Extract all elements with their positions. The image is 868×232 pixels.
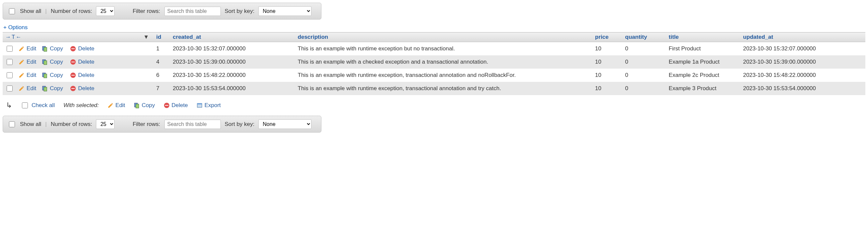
- cell-title: Example 3 Product: [666, 82, 741, 95]
- cell-created_at: 2023-10-30 15:48:22.000000: [170, 69, 295, 82]
- copy-link[interactable]: Copy: [50, 72, 63, 79]
- copy-link[interactable]: Copy: [50, 45, 63, 52]
- bulk-copy[interactable]: Copy: [134, 102, 155, 109]
- svg-rect-13: [44, 87, 47, 91]
- row-checkbox[interactable]: [7, 46, 12, 52]
- arrow-up-icon: ↳: [6, 101, 12, 110]
- show-all-checkbox-bottom[interactable]: [9, 121, 15, 127]
- delete-link[interactable]: Delete: [78, 85, 94, 92]
- delete-icon: [70, 46, 76, 52]
- pencil-icon: [19, 46, 25, 52]
- svg-rect-17: [136, 104, 139, 108]
- column-order-icons[interactable]: →T←: [5, 34, 22, 40]
- table-row: Edit Copy Delete12023-10-30 15:32:07.000…: [3, 42, 865, 56]
- delete-link[interactable]: Delete: [78, 45, 94, 52]
- copy-link[interactable]: Copy: [50, 59, 63, 65]
- cell-quantity: 0: [623, 82, 666, 95]
- num-rows-select-bottom[interactable]: 25: [96, 119, 115, 129]
- check-all-link[interactable]: Check all: [32, 102, 55, 109]
- sort-label: Sort by key:: [225, 8, 255, 14]
- cell-description: This is an example with runtime exceptio…: [295, 69, 592, 82]
- delete-icon: [164, 103, 170, 108]
- cell-title: Example 2c Product: [666, 69, 741, 82]
- svg-rect-1: [44, 47, 47, 51]
- check-all-checkbox[interactable]: [22, 103, 28, 108]
- sort-select-bottom[interactable]: None: [258, 119, 311, 129]
- cell-id: 6: [154, 69, 170, 82]
- col-id[interactable]: id: [154, 33, 170, 42]
- filter-label: Filter rows:: [132, 8, 160, 14]
- delete-link[interactable]: Delete: [78, 72, 94, 79]
- cell-price: 10: [592, 55, 623, 69]
- cell-created_at: 2023-10-30 15:53:54.000000: [170, 82, 295, 95]
- delete-link[interactable]: Delete: [78, 59, 94, 65]
- copy-icon: [134, 103, 140, 108]
- sort-select[interactable]: None: [258, 6, 311, 16]
- svg-rect-9: [44, 74, 47, 78]
- delete-icon: [70, 72, 76, 78]
- num-rows-select[interactable]: 25: [96, 6, 115, 16]
- cell-title: Example 1a Product: [666, 55, 741, 69]
- edit-link[interactable]: Edit: [27, 85, 36, 92]
- edit-link[interactable]: Edit: [27, 59, 36, 65]
- bulk-edit[interactable]: Edit: [107, 102, 125, 109]
- col-created_at[interactable]: created_at: [170, 33, 295, 42]
- show-all-label-bottom: Show all: [20, 121, 41, 128]
- cell-created_at: 2023-10-30 15:39:00.000000: [170, 55, 295, 69]
- cell-updated_at: 2023-10-30 15:48:22.000000: [741, 69, 865, 82]
- cell-description: This is an example with a checked except…: [295, 55, 592, 69]
- col-updated_at[interactable]: updated_at: [741, 33, 865, 42]
- options-toggle[interactable]: + Options: [3, 24, 28, 31]
- table-controls-top: Show all | Number of rows: 25 Filter row…: [3, 3, 321, 20]
- cell-price: 10: [592, 82, 623, 95]
- table-controls-bottom: Show all | Number of rows: 25 Filter row…: [3, 116, 321, 132]
- svg-rect-5: [44, 61, 47, 65]
- col-price[interactable]: price: [592, 33, 623, 42]
- cell-price: 10: [592, 42, 623, 56]
- pencil-icon: [107, 103, 114, 108]
- num-rows-label: Number of rows:: [51, 8, 92, 14]
- pencil-icon: [19, 72, 25, 78]
- edit-link[interactable]: Edit: [27, 45, 36, 52]
- cell-id: 7: [154, 82, 170, 95]
- row-checkbox[interactable]: [7, 72, 12, 78]
- export-icon: [196, 103, 203, 108]
- col-description[interactable]: description: [295, 33, 592, 42]
- pencil-icon: [19, 59, 25, 65]
- svg-rect-21: [197, 104, 202, 104]
- copy-link[interactable]: Copy: [50, 85, 63, 92]
- filter-input-bottom[interactable]: [164, 120, 221, 129]
- bulk-actions: ↳ Check all With selected: Edit Copy Del…: [6, 101, 865, 110]
- filter-input[interactable]: [164, 7, 221, 16]
- delete-icon: [70, 85, 76, 91]
- bulk-export[interactable]: Export: [196, 102, 221, 109]
- edit-link[interactable]: Edit: [27, 72, 36, 79]
- sort-arrow-icon[interactable]: ▼: [144, 34, 149, 40]
- cell-description: This is an example with runtime exceptio…: [295, 82, 592, 95]
- row-checkbox[interactable]: [7, 85, 12, 91]
- show-all-label: Show all: [20, 8, 41, 14]
- svg-rect-7: [71, 62, 75, 62]
- show-all-checkbox[interactable]: [9, 8, 15, 14]
- cell-created_at: 2023-10-30 15:32:07.000000: [170, 42, 295, 56]
- table-row: Edit Copy Delete42023-10-30 15:39:00.000…: [3, 55, 865, 69]
- col-quantity[interactable]: quantity: [623, 33, 666, 42]
- actions-header: →T← ▼: [3, 33, 154, 42]
- copy-icon: [42, 46, 48, 52]
- cell-updated_at: 2023-10-30 15:39:00.000000: [741, 55, 865, 69]
- cell-description: This is an example with runtime exceptio…: [295, 42, 592, 56]
- row-checkbox[interactable]: [7, 59, 12, 65]
- num-rows-label-bottom: Number of rows:: [51, 121, 92, 128]
- delete-icon: [70, 59, 76, 65]
- cell-quantity: 0: [623, 42, 666, 56]
- cell-title: First Product: [666, 42, 741, 56]
- filter-label-bottom: Filter rows:: [132, 121, 160, 128]
- bulk-delete[interactable]: Delete: [164, 102, 188, 109]
- cell-id: 1: [154, 42, 170, 56]
- sort-label-bottom: Sort by key:: [225, 121, 255, 128]
- col-title[interactable]: title: [666, 33, 741, 42]
- table-row: Edit Copy Delete72023-10-30 15:53:54.000…: [3, 82, 865, 95]
- svg-rect-11: [71, 75, 75, 76]
- divider: |: [45, 121, 46, 128]
- copy-icon: [42, 59, 48, 65]
